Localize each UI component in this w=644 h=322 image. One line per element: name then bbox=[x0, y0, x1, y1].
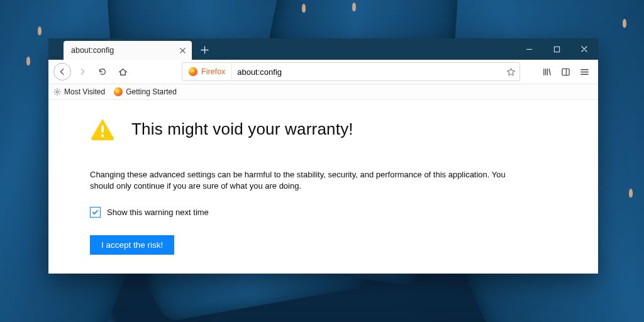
browser-window: about:config Firef bbox=[48, 38, 598, 274]
maximize-icon[interactable] bbox=[543, 38, 570, 60]
menu-icon[interactable] bbox=[575, 63, 593, 80]
desktop-wallpaper: about:config Firef bbox=[0, 0, 644, 322]
identity-box[interactable]: Firefox bbox=[182, 63, 232, 80]
back-icon[interactable] bbox=[53, 63, 71, 80]
firefox-logo-icon bbox=[114, 87, 123, 96]
page-title: This might void your warranty! bbox=[131, 119, 353, 139]
minimize-icon[interactable] bbox=[515, 38, 543, 60]
bookmark-getting-started[interactable]: Getting Started bbox=[114, 87, 177, 96]
firefox-logo-icon bbox=[189, 67, 197, 76]
tab-title: about:config bbox=[71, 46, 114, 55]
bookmarks-toolbar: Most Visited Getting Started bbox=[48, 84, 598, 100]
plus-icon[interactable] bbox=[196, 41, 213, 58]
close-icon[interactable] bbox=[177, 45, 188, 56]
checkbox-label: Show this warning next time bbox=[107, 208, 209, 217]
gear-icon bbox=[53, 88, 61, 96]
library-icon[interactable] bbox=[538, 63, 555, 80]
svg-rect-1 bbox=[562, 69, 569, 75]
page-content: This might void your warranty! Changing … bbox=[48, 100, 598, 255]
bookmark-most-visited[interactable]: Most Visited bbox=[53, 87, 105, 96]
forward-icon bbox=[74, 63, 91, 80]
nav-toolbar: Firefox bbox=[48, 60, 598, 84]
identity-label: Firefox bbox=[201, 67, 225, 76]
tab-aboutconfig[interactable]: about:config bbox=[64, 41, 192, 60]
close-window-icon[interactable] bbox=[570, 38, 598, 60]
warning-triangle-icon bbox=[90, 118, 115, 140]
star-icon[interactable] bbox=[502, 67, 519, 77]
show-warning-checkbox[interactable] bbox=[90, 207, 101, 218]
svg-rect-3 bbox=[101, 125, 104, 133]
url-input[interactable] bbox=[232, 67, 502, 77]
checkmark-icon bbox=[92, 209, 99, 216]
bookmark-label: Getting Started bbox=[126, 87, 177, 96]
home-icon[interactable] bbox=[114, 63, 131, 80]
titlebar: about:config bbox=[48, 38, 598, 60]
warning-body: Changing these advanced settings can be … bbox=[90, 140, 518, 192]
accept-risk-button[interactable]: I accept the risk! bbox=[90, 235, 174, 255]
sidebar-icon[interactable] bbox=[557, 63, 574, 80]
url-bar: Firefox bbox=[182, 62, 520, 81]
svg-point-2 bbox=[56, 91, 58, 92]
svg-point-4 bbox=[101, 135, 104, 138]
window-controls bbox=[515, 38, 598, 60]
reload-icon[interactable] bbox=[94, 63, 111, 80]
svg-rect-0 bbox=[554, 47, 559, 52]
bookmark-label: Most Visited bbox=[64, 87, 105, 96]
